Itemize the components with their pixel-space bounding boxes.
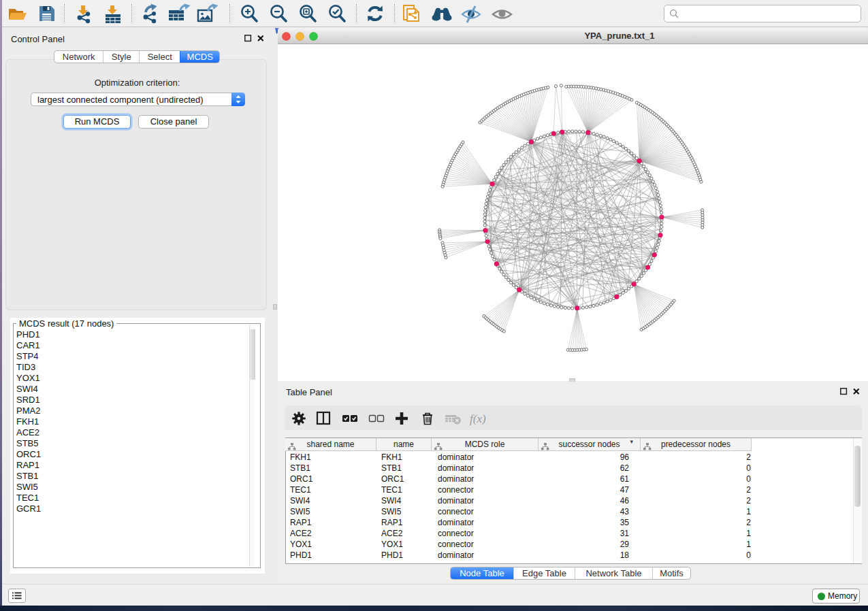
svg-text:f(x): f(x) bbox=[470, 412, 486, 425]
